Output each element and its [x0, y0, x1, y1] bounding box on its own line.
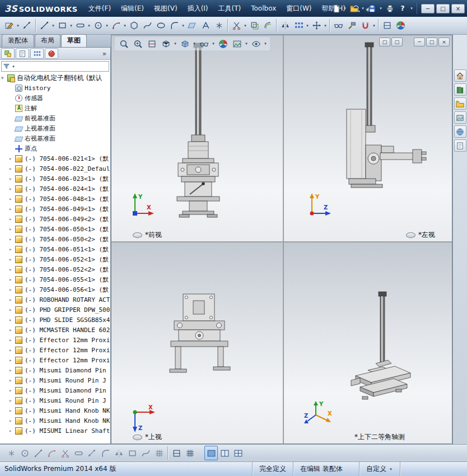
- graphics-area[interactable]: Y X *前视: [111, 35, 452, 444]
- edit-appearance-icon[interactable]: [216, 38, 230, 50]
- tree-item[interactable]: ▸ History: [0, 83, 110, 93]
- tree-item[interactable]: ▸ (-) 7054-006-023<1> (默: [0, 174, 110, 184]
- panel-expand-chevron-icon[interactable]: »: [100, 50, 109, 58]
- snap-perpendicular-icon[interactable]: [85, 446, 99, 460]
- open-document-icon[interactable]: [348, 2, 360, 15]
- sketch-icon[interactable]: [2, 18, 16, 33]
- snap-grid-icon[interactable]: [152, 446, 166, 460]
- ellipse-icon[interactable]: [154, 18, 167, 33]
- tree-expand-arrow-icon[interactable]: ▸: [9, 196, 15, 202]
- hide-show-dropdown-icon[interactable]: ▾: [211, 41, 216, 46]
- tree-item[interactable]: ▸ 前视基准面: [0, 113, 110, 123]
- tree-item[interactable]: ▸ (-) Misumi Diamond Pin: [0, 365, 110, 375]
- save-icon[interactable]: [366, 2, 378, 15]
- four-view-icon[interactable]: [231, 446, 245, 460]
- snap-quadrant-icon[interactable]: [45, 446, 58, 460]
- smart-dimension-icon[interactable]: [20, 18, 34, 33]
- menu-item[interactable]: 视图(V): [149, 0, 183, 17]
- snap-center-icon[interactable]: [18, 446, 31, 460]
- tree-expand-arrow-icon[interactable]: ▸: [9, 307, 15, 312]
- command-tab[interactable]: 草图: [61, 34, 87, 47]
- tree-item[interactable]: ▸ (-) 7054-006-051<1> (默: [0, 244, 110, 254]
- tree-expand-arrow-icon[interactable]: ▸: [9, 186, 15, 192]
- appearance-manager-tab-icon[interactable]: [45, 48, 58, 59]
- tree-item[interactable]: ▸ (-) Effector 12mm Proxi: [0, 335, 110, 345]
- tree-expand-arrow-icon[interactable]: ▸: [9, 287, 15, 292]
- move-dropdown-icon[interactable]: ▾: [323, 24, 328, 28]
- sketch-dropdown-icon[interactable]: ▾: [16, 24, 20, 28]
- zoom-area-icon[interactable]: [131, 38, 144, 50]
- menu-item[interactable]: 文件(F): [83, 0, 116, 17]
- tree-expand-arrow-icon[interactable]: ▸: [9, 226, 15, 232]
- appearances-scenes-icon[interactable]: [454, 125, 466, 138]
- snap-intersection-icon[interactable]: [58, 446, 72, 460]
- snap-line-icon[interactable]: [31, 446, 45, 460]
- feature-tree-root[interactable]: ▾ 自动化电机定子翻转机 (默认: [0, 73, 110, 83]
- tree-expand-arrow-icon[interactable]: ▸: [9, 408, 15, 413]
- restore-button[interactable]: □: [436, 4, 450, 13]
- tree-item[interactable]: ▸ (-) 7054-006-049<2> (默: [0, 214, 110, 224]
- tree-expand-arrow-icon[interactable]: ▸: [9, 388, 15, 393]
- line-dropdown-icon[interactable]: ▾: [51, 24, 55, 28]
- tree-item[interactable]: ▸ (-) Misumi Hand Knob NK: [0, 405, 110, 416]
- minimize-button[interactable]: ─: [421, 4, 435, 13]
- repair-sketch-icon[interactable]: [345, 18, 358, 33]
- tree-expand-arrow-icon[interactable]: ▸: [9, 206, 15, 212]
- tree-expand-arrow-icon[interactable]: ▸: [9, 277, 15, 282]
- line-icon[interactable]: [38, 18, 51, 33]
- status-toolbar-preset[interactable]: 自定义 ▾: [359, 462, 400, 476]
- tree-item[interactable]: ▸ (-) ROBOHAND ROTARY ACT: [0, 295, 110, 305]
- view-orientation-dropdown-icon[interactable]: ▾: [173, 41, 178, 46]
- viewport-left[interactable]: Y Z *左视: [284, 35, 452, 241]
- plane-icon[interactable]: [185, 18, 199, 33]
- tree-expand-arrow-icon[interactable]: ▸: [9, 377, 15, 383]
- addins-icon[interactable]: [394, 18, 407, 33]
- snap-tangent-icon[interactable]: [99, 446, 112, 460]
- doc-close-icon[interactable]: ×: [438, 38, 450, 46]
- view-palette-icon[interactable]: [454, 111, 466, 124]
- doc-next-window-icon[interactable]: □: [391, 38, 403, 46]
- doc-minimize-icon[interactable]: ─: [414, 38, 425, 46]
- tree-expand-arrow-icon[interactable]: ▸: [9, 367, 15, 373]
- tree-expand-arrow-icon[interactable]: ▸: [9, 156, 15, 161]
- tree-expand-arrow-icon[interactable]: ▸: [9, 246, 15, 252]
- tree-expand-arrow-icon[interactable]: ▸: [9, 337, 15, 343]
- fillet-dropdown-icon[interactable]: ▾: [181, 24, 185, 28]
- tree-item[interactable]: ▸ (-) 7054-006-050<2> (默: [0, 234, 110, 244]
- viewport-horizontal-splitter[interactable]: [111, 241, 452, 242]
- viewport-top[interactable]: X Z *上视: [111, 242, 283, 444]
- tree-expand-arrow-icon[interactable]: ▸: [9, 327, 15, 333]
- slot-icon[interactable]: [73, 18, 87, 33]
- open-dropdown-icon[interactable]: ▾: [361, 6, 365, 11]
- arc-icon[interactable]: [109, 18, 123, 33]
- tree-item[interactable]: ▸ (-) MCMASTER HANDLE 602: [0, 325, 110, 335]
- tree-item[interactable]: ▸ (-) 7054-006-024<1> (默: [0, 184, 110, 194]
- trim-dropdown-icon[interactable]: ▾: [243, 24, 247, 28]
- view-settings-dropdown-icon[interactable]: ▾: [263, 41, 268, 46]
- trim-entities-icon[interactable]: [230, 18, 243, 33]
- polygon-icon[interactable]: [127, 18, 141, 33]
- menu-item[interactable]: 编辑(E): [116, 0, 149, 17]
- section-view-icon[interactable]: [145, 38, 158, 50]
- mirror-entities-icon[interactable]: [278, 18, 292, 33]
- tree-expand-arrow-icon[interactable]: ▸: [9, 256, 15, 262]
- tree-expand-arrow-icon[interactable]: ▸: [9, 428, 15, 433]
- tree-item[interactable]: ▸ (-) Effector 12mm Proxi: [0, 345, 110, 355]
- doc-restore-icon[interactable]: □: [426, 38, 437, 46]
- snap-point-icon[interactable]: [4, 446, 18, 460]
- tree-item[interactable]: ▸ 注解: [0, 103, 110, 113]
- viewport-dimetric[interactable]: Y X Z *上下二等角轴测: [284, 242, 452, 444]
- tree-expand-arrow-icon[interactable]: ▸: [9, 176, 15, 181]
- feature-manager-tab-icon[interactable]: [1, 48, 15, 59]
- snap-length-icon[interactable]: [139, 446, 152, 460]
- tree-expand-arrow-icon[interactable]: ▸: [9, 347, 15, 353]
- display-style-dropdown-icon[interactable]: ▾: [192, 41, 197, 46]
- text-icon[interactable]: [199, 18, 212, 33]
- tree-item[interactable]: ▸ 右视基准面: [0, 133, 110, 143]
- tree-item[interactable]: ▸ (-) 7054-006-050<1> (默: [0, 224, 110, 234]
- command-tab[interactable]: 装配体: [2, 34, 34, 47]
- convert-entities-icon[interactable]: [247, 18, 261, 33]
- file-explorer-icon[interactable]: [454, 97, 466, 110]
- offset-entities-icon[interactable]: [261, 18, 274, 33]
- menu-item[interactable]: Toolbox: [246, 0, 281, 17]
